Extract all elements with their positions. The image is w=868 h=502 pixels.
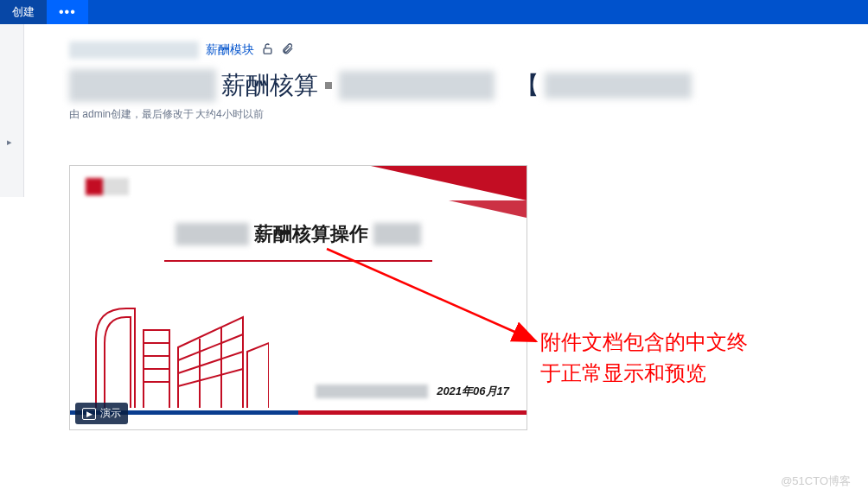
decor-triangle-1 [371,166,527,200]
meta-prefix: 由 admin创建，最后修改于 [69,107,194,122]
decor-triangle-2 [449,200,527,218]
title-blur-3 [545,73,692,98]
date-blur [316,384,428,398]
title-blur-1 [69,69,216,102]
preview-badge-label: 演示 [100,406,121,421]
breadcrumb: 薪酬模块 [69,41,842,59]
annotation-text: 附件文档包含的中文终 于正常显示和预览 [540,327,748,389]
annotation-line-1: 附件文档包含的中文终 [540,327,748,358]
slide-title: 薪酬核算操作 [254,221,368,247]
slide-underline [164,260,432,262]
create-button[interactable]: 创建 [0,0,47,24]
slide-date: 2021年06月17 [437,384,509,399]
meta-suffix: 大约4小时以前 [195,107,264,122]
unlock-icon[interactable] [261,42,274,59]
slide-title-row: 薪酬核算操作 [86,221,511,247]
svg-line-5 [178,334,243,360]
slide-date-row: 2021年06月17 [316,384,509,399]
watermark: @51CTO博客 [781,473,851,489]
presentation-icon: ▶ [82,408,96,420]
more-button[interactable]: ••• [47,0,88,24]
svg-line-6 [178,352,243,373]
slide-title-blur-right [373,223,421,245]
slide-bottom-stripe [70,410,527,429]
stripe-red [298,410,527,429]
slide-logo-blur [86,178,129,195]
attachment-icon[interactable] [281,42,294,59]
annotation-line-2: 于正常显示和预览 [540,358,748,389]
page-title: 薪酬核算 [221,69,318,102]
attachment-slide: 薪酬核算操作 [70,166,527,429]
page-meta: 由 admin创建，最后修改于 大约4小时以前 [69,107,842,122]
slide-title-blur-left [176,223,249,245]
building-graphic [87,291,269,408]
page-title-row: 薪酬核算 【 [69,69,842,102]
svg-rect-0 [264,48,271,53]
attachment-preview[interactable]: 薪酬核算操作 [69,165,527,430]
title-bracket: 【 [515,69,539,102]
breadcrumb-module-link[interactable]: 薪酬模块 [206,42,254,58]
top-bar: 创建 ••• [0,0,868,24]
title-dot [325,82,332,89]
title-blur-2 [339,71,495,100]
preview-badge[interactable]: ▶ 演示 [75,403,128,424]
svg-line-7 [178,369,243,386]
breadcrumb-blur [69,41,199,59]
